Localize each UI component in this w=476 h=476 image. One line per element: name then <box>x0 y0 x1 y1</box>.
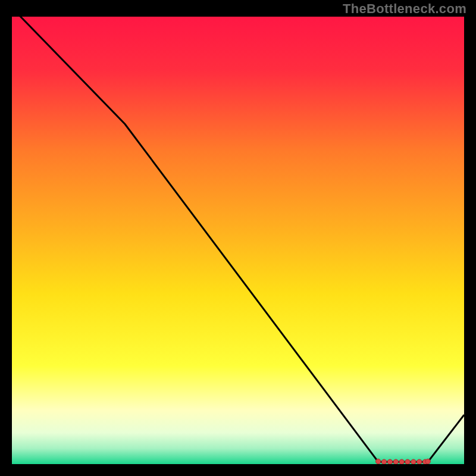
optimal-marker <box>375 459 380 464</box>
chart-stage: TheBottleneck.com <box>0 0 476 476</box>
gradient-background <box>12 17 464 464</box>
optimal-marker <box>405 459 410 464</box>
optimal-marker <box>425 459 430 464</box>
bottleneck-chart <box>12 17 464 464</box>
plot-frame <box>12 17 464 464</box>
optimal-marker <box>381 459 386 464</box>
optimal-marker <box>387 459 392 464</box>
optimal-marker <box>399 459 404 464</box>
optimal-marker <box>417 459 422 464</box>
watermark-text: TheBottleneck.com <box>343 1 466 17</box>
optimal-marker <box>411 459 416 464</box>
optimal-marker <box>393 459 398 464</box>
